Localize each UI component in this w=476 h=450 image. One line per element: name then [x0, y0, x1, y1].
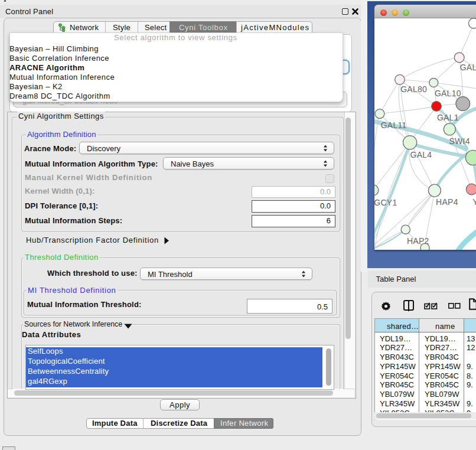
- svg-text:HAP4: HAP4: [436, 197, 458, 207]
- svg-text:GCY1: GCY1: [374, 198, 397, 207]
- svg-text:GAL: GAL: [460, 63, 476, 72]
- svg-text:HAP2: HAP2: [407, 236, 429, 246]
- svg-text:SWI4: SWI4: [449, 136, 470, 146]
- svg-text:GAL11: GAL11: [381, 120, 407, 130]
- svg-text:GAL10: GAL10: [435, 89, 461, 98]
- svg-text:GAL4: GAL4: [410, 150, 432, 159]
- svg-text:Y: Y: [472, 197, 476, 207]
- svg-text:GAL80: GAL80: [400, 84, 427, 94]
- svg-text:GAL1: GAL1: [437, 113, 459, 122]
